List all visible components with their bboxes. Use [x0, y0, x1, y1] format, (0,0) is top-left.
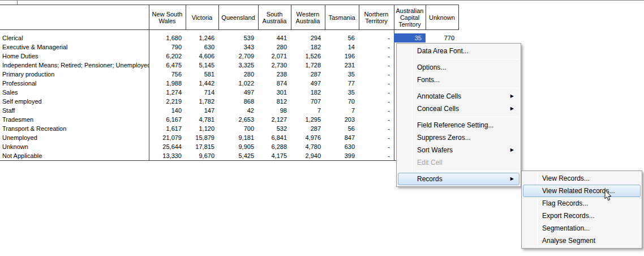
table-cell[interactable]: -	[359, 106, 394, 115]
table-cell[interactable]: 1,728	[291, 61, 325, 70]
table-cell[interactable]: 1,274	[149, 88, 186, 97]
table-cell[interactable]: 280	[218, 70, 258, 79]
table-cell[interactable]: 1,246	[186, 33, 218, 42]
table-cell[interactable]: -	[359, 151, 394, 160]
column-header-tasmania[interactable]: Tasmania	[325, 5, 359, 29]
table-cell[interactable]: 630	[325, 142, 359, 151]
table-cell[interactable]: 6,202	[149, 52, 186, 61]
row-label-transport-recreation[interactable]: Transport & Recreation	[0, 124, 149, 133]
menu-item-field-reference-setting[interactable]: Field Reference Setting...	[398, 119, 520, 131]
column-header-unknown[interactable]: Unknown	[426, 5, 458, 29]
table-cell[interactable]: 182	[291, 88, 325, 97]
menu-item-fonts[interactable]: Fonts...	[398, 74, 520, 86]
column-header-northern-territory[interactable]: Northern Territory	[359, 5, 394, 29]
table-cell[interactable]: 6,841	[258, 133, 291, 142]
table-cell[interactable]: 42	[218, 106, 258, 115]
table-cell[interactable]: 21,079	[149, 133, 186, 142]
submenu-item-segmentation[interactable]: Segmentation...	[523, 222, 641, 234]
table-cell[interactable]: -	[359, 70, 394, 79]
table-cell[interactable]: 98	[258, 106, 291, 115]
table-cell[interactable]: 4,976	[291, 133, 325, 142]
table-cell[interactable]: 2,071	[258, 52, 291, 61]
table-cell[interactable]: 868	[218, 97, 258, 106]
menu-item-options[interactable]: Options...	[398, 61, 520, 74]
table-cell[interactable]: 287	[291, 124, 325, 133]
row-label-home-duties[interactable]: Home Duties	[0, 52, 149, 61]
table-cell[interactable]: 294	[291, 33, 325, 42]
table-cell[interactable]: 56	[325, 124, 359, 133]
table-cell[interactable]: 14	[325, 42, 359, 52]
table-cell[interactable]: -	[359, 88, 394, 97]
selected-cell[interactable]: 35	[394, 33, 426, 42]
table-cell[interactable]: 2,940	[291, 151, 325, 160]
column-header-south-australia[interactable]: South Australia	[258, 5, 291, 29]
column-header-western-australia[interactable]: Western Australia	[291, 5, 325, 29]
table-cell[interactable]: 1,988	[149, 79, 186, 88]
submenu-item-export-records[interactable]: Export Records...	[523, 210, 641, 222]
table-cell[interactable]: -	[359, 97, 394, 106]
table-cell[interactable]: 140	[149, 106, 186, 115]
table-cell[interactable]: 56	[325, 33, 359, 42]
menu-item-data-area-font[interactable]: Data Area Font...	[398, 45, 520, 57]
table-cell[interactable]: 714	[186, 88, 218, 97]
table-cell[interactable]: 847	[325, 133, 359, 142]
table-cell[interactable]: 196	[325, 52, 359, 61]
table-cell[interactable]: 4,175	[258, 151, 291, 160]
column-header-queensland[interactable]: Queensland	[218, 5, 258, 29]
table-cell[interactable]: 4,780	[291, 142, 325, 151]
table-cell[interactable]: 4,606	[186, 52, 218, 61]
table-cell[interactable]: 812	[258, 97, 291, 106]
row-label-professional[interactable]: Professional	[0, 79, 149, 88]
table-cell[interactable]: 539	[218, 33, 258, 42]
table-cell[interactable]: 874	[258, 79, 291, 88]
table-cell[interactable]: 35	[325, 70, 359, 79]
menu-item-annotate-cells[interactable]: Annotate Cells▶	[398, 90, 520, 103]
table-cell[interactable]: 25,644	[149, 142, 186, 151]
table-cell[interactable]: 6,167	[149, 115, 186, 124]
table-cell[interactable]: 1,617	[149, 124, 186, 133]
table-cell[interactable]: 2,730	[258, 61, 291, 70]
row-label-clerical[interactable]: Clerical	[0, 33, 149, 42]
table-cell[interactable]: -	[359, 42, 394, 52]
table-cell[interactable]: 238	[258, 70, 291, 79]
table-cell[interactable]: 9,905	[218, 142, 258, 151]
table-cell[interactable]: 7	[325, 106, 359, 115]
table-cell[interactable]: 2,219	[149, 97, 186, 106]
menu-item-records[interactable]: Records▶	[398, 173, 520, 185]
table-cell[interactable]: 287	[291, 70, 325, 79]
table-cell[interactable]: 13,330	[149, 151, 186, 160]
table-cell[interactable]: 9,181	[218, 133, 258, 142]
row-label-primary-production[interactable]: Primary production	[0, 70, 149, 79]
table-cell[interactable]: -	[359, 79, 394, 88]
submenu-item-view-records[interactable]: View Records...	[523, 172, 641, 185]
row-label-executive-managerial[interactable]: Executive & Managerial	[0, 42, 149, 52]
table-cell[interactable]: 700	[218, 124, 258, 133]
table-cell[interactable]: 1,526	[291, 52, 325, 61]
table-cell[interactable]: 1,022	[218, 79, 258, 88]
table-cell[interactable]: 5,145	[186, 61, 218, 70]
column-header-new-south-wales[interactable]: New South Wales	[149, 5, 186, 29]
submenu-item-analyse-segment[interactable]: Analyse Segment	[523, 234, 641, 247]
row-label-unknown[interactable]: Unknown	[0, 142, 149, 151]
table-cell[interactable]: 6,475	[149, 61, 186, 70]
column-header-victoria[interactable]: Victoria	[186, 5, 218, 29]
table-cell[interactable]: 203	[325, 115, 359, 124]
table-cell[interactable]: 77	[325, 79, 359, 88]
submenu-item-flag-records[interactable]: Flag Records...	[523, 197, 641, 210]
table-cell[interactable]: 3,325	[218, 61, 258, 70]
table-cell[interactable]: 581	[186, 70, 218, 79]
table-cell[interactable]: 301	[258, 88, 291, 97]
table-cell[interactable]: 182	[291, 42, 325, 52]
row-label-staff[interactable]: Staff	[0, 106, 149, 115]
table-cell[interactable]: 790	[149, 42, 186, 52]
table-cell[interactable]: 147	[186, 106, 218, 115]
table-cell[interactable]: 532	[258, 124, 291, 133]
table-cell[interactable]: -	[359, 142, 394, 151]
column-header-australian-capital-territory[interactable]: Australian Capital Territory	[394, 5, 426, 29]
row-label-self-employed[interactable]: Self employed	[0, 97, 149, 106]
table-cell[interactable]: 2,653	[218, 115, 258, 124]
table-cell[interactable]: -	[359, 52, 394, 61]
row-label-not-applicable[interactable]: Not Applicable	[0, 151, 149, 160]
table-cell[interactable]: 70	[325, 97, 359, 106]
table-cell[interactable]: 497	[218, 88, 258, 97]
